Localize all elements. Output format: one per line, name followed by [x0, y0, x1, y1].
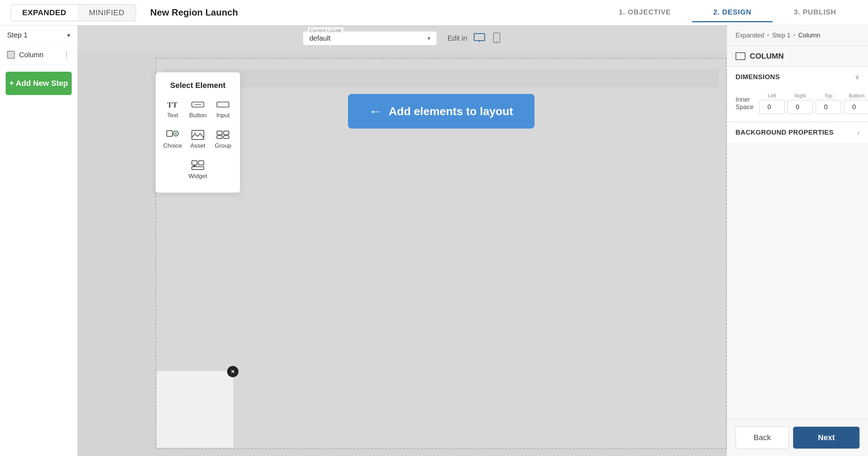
bottom-nav: Back Next: [727, 419, 868, 456]
text-icon: TT: [166, 100, 179, 109]
dimension-left-field: Left: [759, 93, 785, 114]
element-button[interactable]: Button: [187, 97, 209, 122]
back-button[interactable]: Back: [736, 426, 789, 449]
element-input[interactable]: Input: [212, 97, 234, 122]
dimension-bottom-input[interactable]: [844, 100, 868, 114]
dimensions-content: Inner Space Left Right Top: [727, 87, 868, 121]
element-widget-label: Widget: [189, 173, 207, 180]
dimension-right-label: Right: [795, 93, 806, 99]
dimensions-section: DIMENSIONS ∨ Inner Space Left Right: [727, 66, 868, 121]
element-input-label: Input: [216, 112, 230, 119]
breadcrumb-sep-1: •: [767, 32, 769, 39]
svg-rect-22: [192, 167, 204, 170]
element-text[interactable]: TT Text: [161, 97, 184, 122]
header: EXPANDED MINIFIED New Region Launch 1. O…: [0, 0, 868, 25]
canvas-top-bar: Current Locale default ▾ Edit in: [78, 25, 727, 51]
dimension-bottom-field: Bottom: [844, 93, 868, 114]
svg-rect-8: [217, 102, 229, 107]
svg-rect-9: [167, 131, 172, 136]
element-choice[interactable]: Choice: [161, 128, 184, 152]
add-step-button[interactable]: + Add New Step: [6, 72, 72, 95]
column-more-icon[interactable]: ⋮: [63, 50, 70, 59]
canvas-area: Current Locale default ▾ Edit in: [78, 25, 727, 456]
group-icon: [217, 130, 229, 140]
element-asset-label: Asset: [190, 142, 206, 149]
page-title: New Region Launch: [150, 7, 597, 18]
svg-text:TT: TT: [167, 100, 178, 109]
svg-rect-19: [199, 161, 204, 165]
breadcrumb-expanded: Expanded: [736, 32, 764, 39]
svg-point-11: [175, 132, 177, 135]
desktop-icon: [473, 33, 485, 43]
breadcrumb-step1: Step 1: [772, 32, 790, 39]
edit-in-label: Edit in: [448, 34, 467, 42]
locale-value: default: [309, 34, 423, 42]
main-body: Step 1 ▾ Column ⋮ + Add New Step Current…: [0, 25, 868, 456]
desktop-device-button[interactable]: [472, 31, 487, 45]
column-icon: [7, 51, 15, 59]
svg-rect-17: [224, 136, 229, 138]
select-element-title: Select Element: [161, 81, 234, 90]
element-choice-label: Choice: [163, 142, 182, 149]
step-objective[interactable]: 1. OBJECTIVE: [597, 3, 692, 22]
breadcrumb: Expanded • Step 1 • Column: [727, 25, 868, 46]
svg-rect-12: [192, 130, 204, 140]
dimension-right-input[interactable]: [787, 100, 813, 114]
locale-label: Current Locale: [308, 28, 343, 33]
step-selector-label: Step 1: [7, 31, 28, 39]
svg-rect-16: [217, 136, 222, 138]
button-icon: [191, 100, 204, 109]
element-button-label: Button: [189, 112, 206, 119]
element-group[interactable]: Group: [212, 128, 234, 152]
dimension-top-input[interactable]: [816, 100, 841, 114]
inner-space-row: Inner Space Left Right Top: [736, 93, 860, 114]
next-button[interactable]: Next: [793, 427, 860, 449]
add-elements-button[interactable]: ← Add elements to layout: [348, 94, 534, 129]
inner-space-label: Inner Space: [736, 96, 754, 111]
element-grid: TT Text Button: [161, 97, 234, 183]
edit-in-row: Edit in: [448, 31, 502, 46]
step-selector[interactable]: Step 1 ▾: [0, 25, 77, 45]
locale-wrapper: Current Locale default ▾: [303, 31, 437, 46]
add-elements-label: Add elements to layout: [389, 105, 513, 118]
element-asset[interactable]: Asset: [187, 128, 209, 152]
widget-icon: [191, 161, 204, 170]
right-panel-section-title: COLUMN: [727, 46, 868, 66]
step-publish[interactable]: 3. PUBLISH: [773, 3, 857, 22]
locale-selector[interactable]: Current Locale default ▾: [303, 31, 437, 46]
element-widget[interactable]: Widget: [187, 158, 209, 183]
step-selector-arrow-icon: ▾: [67, 31, 70, 39]
right-panel-spacer: [727, 143, 868, 419]
mobile-device-button[interactable]: [492, 31, 502, 46]
dimensions-section-header[interactable]: DIMENSIONS ∨: [727, 67, 868, 87]
canvas-top-row: [163, 69, 719, 87]
column-icon-sm: [736, 52, 745, 60]
background-chevron-icon: ›: [857, 129, 860, 136]
dimension-inputs: Left Right Top Bottom: [759, 93, 868, 114]
background-section: BACKGROUND PROPERTIES ›: [727, 122, 868, 143]
view-tabs: EXPANDED MINIFIED: [11, 4, 136, 21]
step-nav: 1. OBJECTIVE 2. DESIGN 3. PUBLISH: [597, 3, 857, 22]
svg-point-4: [496, 41, 497, 42]
column-item-left: Column: [7, 51, 43, 59]
svg-rect-7: [195, 104, 201, 105]
tab-minified[interactable]: MINIFIED: [78, 5, 136, 21]
svg-point-13: [194, 132, 196, 134]
step-design[interactable]: 2. DESIGN: [692, 3, 773, 22]
dimension-left-input[interactable]: [759, 100, 785, 114]
image-preview-close-button[interactable]: ×: [227, 366, 238, 377]
background-label: BACKGROUND PROPERTIES: [736, 129, 834, 136]
background-section-header[interactable]: BACKGROUND PROPERTIES ›: [727, 122, 868, 143]
svg-rect-0: [474, 34, 485, 41]
tab-expanded[interactable]: EXPANDED: [11, 5, 78, 21]
svg-rect-18: [192, 161, 197, 165]
dimensions-label: DIMENSIONS: [736, 73, 780, 81]
dimension-top-label: Top: [825, 93, 833, 99]
section-title-label: COLUMN: [750, 52, 784, 61]
select-element-popup: Select Element TT Text: [155, 72, 240, 193]
input-icon: [217, 100, 229, 109]
left-panel: Step 1 ▾ Column ⋮ + Add New Step: [0, 25, 78, 456]
column-item[interactable]: Column ⋮: [0, 45, 77, 65]
column-label: Column: [19, 51, 43, 59]
breadcrumb-column: Column: [798, 32, 820, 39]
